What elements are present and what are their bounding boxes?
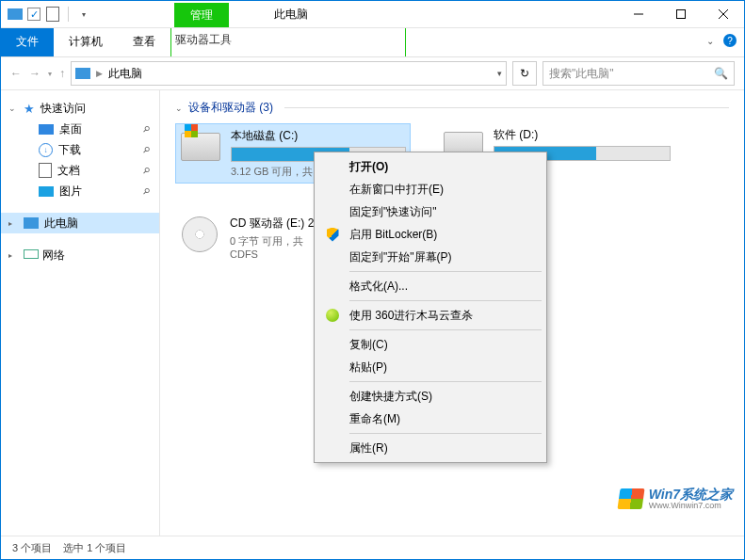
tab-view[interactable]: 查看 bbox=[118, 28, 170, 56]
nav-forward-icon[interactable]: → bbox=[29, 67, 40, 80]
title-bar: ✓ ▾ 管理 此电脑 bbox=[1, 1, 744, 28]
drive-name: 本地磁盘 (C:) bbox=[231, 128, 406, 144]
sidebar-label: 文档 bbox=[57, 163, 80, 179]
pin-icon: ⚲ bbox=[140, 144, 152, 155]
group-title: 设备和驱动器 (3) bbox=[188, 100, 273, 116]
ctx-create-shortcut[interactable]: 创建快捷方式(S) bbox=[317, 385, 543, 408]
tab-drive-tools[interactable]: 驱动器工具 bbox=[170, 28, 406, 56]
sidebar-label: 下载 bbox=[58, 142, 81, 158]
refresh-button[interactable]: ↻ bbox=[512, 61, 537, 86]
ctx-bitlocker[interactable]: 启用 BitLocker(B) bbox=[317, 223, 543, 246]
address-row: ← → ▾ ↑ ▶ 此电脑 ▾ ↻ 搜索"此电脑" 🔍 bbox=[1, 57, 744, 90]
ribbon: 文件 计算机 查看 驱动器工具 ⌄ ? bbox=[1, 28, 744, 57]
ribbon-contextual-manage[interactable]: 管理 bbox=[174, 3, 229, 27]
quick-access-toolbar: ✓ ▾ bbox=[1, 6, 92, 23]
sidebar-item-downloads[interactable]: ↓ 下载 ⚲ bbox=[1, 139, 159, 160]
ctx-360-scan[interactable]: 使用 360进行木马云查杀 bbox=[317, 304, 543, 327]
status-item-count: 3 个项目 bbox=[12, 541, 52, 555]
ctx-rename[interactable]: 重命名(M) bbox=[317, 408, 543, 430]
chevron-down-icon[interactable]: ⌄ bbox=[8, 104, 16, 113]
sidebar-label: 快速访问 bbox=[40, 101, 86, 117]
app-icon bbox=[7, 6, 24, 23]
ctx-pin-start[interactable]: 固定到"开始"屏幕(P) bbox=[317, 246, 543, 268]
sidebar-item-this-pc[interactable]: ▸ 此电脑 bbox=[1, 213, 159, 233]
sidebar: ⌄ ★ 快速访问 桌面 ⚲ ↓ 下载 ⚲ 文档 ⚲ 图片 bbox=[1, 90, 160, 539]
window-title: 此电脑 bbox=[274, 7, 308, 23]
maximize-button[interactable] bbox=[659, 1, 702, 27]
sidebar-label: 网络 bbox=[42, 248, 65, 264]
tab-file[interactable]: 文件 bbox=[1, 28, 54, 56]
watermark-line1: Win7系统之家 bbox=[649, 487, 733, 502]
sidebar-item-quick-access[interactable]: ⌄ ★ 快速访问 bbox=[1, 98, 159, 119]
download-icon: ↓ bbox=[39, 143, 53, 157]
ctx-pin-quick-access[interactable]: 固定到"快速访问" bbox=[317, 200, 543, 223]
group-header[interactable]: ⌄ 设备和驱动器 (3) bbox=[175, 100, 729, 116]
shield-icon bbox=[325, 227, 340, 242]
sidebar-item-documents[interactable]: 文档 ⚲ bbox=[1, 160, 159, 181]
close-button[interactable] bbox=[702, 1, 744, 27]
ctx-copy[interactable]: 复制(C) bbox=[317, 333, 543, 356]
sidebar-item-network[interactable]: ▸ 网络 bbox=[1, 245, 159, 265]
sidebar-item-pictures[interactable]: 图片 ⚲ bbox=[1, 181, 159, 201]
nav-recent-icon[interactable]: ▾ bbox=[48, 70, 52, 78]
context-menu: 打开(O) 在新窗口中打开(E) 固定到"快速访问" 启用 BitLocker(… bbox=[314, 152, 547, 463]
address-bar[interactable]: ▶ 此电脑 ▾ bbox=[71, 61, 507, 86]
nav-up-icon[interactable]: ↑ bbox=[59, 67, 65, 80]
svg-rect-1 bbox=[676, 10, 685, 19]
ctx-open-new-window[interactable]: 在新窗口中打开(E) bbox=[317, 178, 543, 200]
pc-icon bbox=[24, 217, 39, 229]
desktop-icon bbox=[39, 124, 54, 135]
ctx-properties[interactable]: 属性(R) bbox=[317, 437, 543, 459]
pin-icon: ⚲ bbox=[140, 123, 152, 135]
search-icon[interactable]: 🔍 bbox=[714, 67, 728, 80]
status-selected-count: 选中 1 个项目 bbox=[63, 541, 126, 555]
star-icon: ★ bbox=[24, 102, 35, 116]
help-icon[interactable]: ? bbox=[723, 34, 737, 47]
ctx-format[interactable]: 格式化(A)... bbox=[317, 275, 543, 297]
ribbon-expand-icon[interactable]: ⌄ bbox=[706, 36, 714, 46]
chevron-right-icon[interactable]: ▸ bbox=[8, 251, 12, 260]
address-location[interactable]: 此电脑 bbox=[108, 66, 142, 82]
pictures-icon bbox=[39, 186, 54, 197]
ctx-paste[interactable]: 粘贴(P) bbox=[317, 356, 543, 378]
nav-back-icon[interactable]: ← bbox=[10, 67, 22, 80]
search-placeholder: 搜索"此电脑" bbox=[549, 66, 614, 82]
properties-icon[interactable] bbox=[44, 6, 61, 23]
windows-flag-icon bbox=[617, 488, 644, 509]
ctx-open[interactable]: 打开(O) bbox=[317, 155, 543, 178]
chevron-right-icon[interactable]: ▸ bbox=[8, 219, 12, 228]
qat-dropdown-icon[interactable]: ▾ bbox=[75, 6, 92, 23]
address-dropdown-icon[interactable]: ▾ bbox=[497, 69, 502, 78]
status-bar: 3 个项目 选中 1 个项目 bbox=[1, 536, 744, 559]
search-input[interactable]: 搜索"此电脑" 🔍 bbox=[543, 61, 735, 86]
pin-icon: ⚲ bbox=[140, 185, 152, 197]
chevron-right-icon[interactable]: ▶ bbox=[96, 69, 103, 78]
sidebar-item-desktop[interactable]: 桌面 ⚲ bbox=[1, 119, 159, 139]
pin-icon: ⚲ bbox=[140, 165, 152, 176]
document-icon bbox=[39, 163, 52, 178]
network-icon bbox=[24, 249, 37, 261]
drive-name: 软件 (D:) bbox=[494, 127, 671, 143]
chevron-down-icon[interactable]: ⌄ bbox=[175, 104, 183, 113]
hdd-windows-icon bbox=[181, 133, 220, 161]
cd-icon bbox=[182, 216, 218, 252]
tab-computer[interactable]: 计算机 bbox=[54, 28, 118, 56]
sidebar-label: 桌面 bbox=[59, 121, 82, 137]
360-icon bbox=[325, 308, 340, 323]
sidebar-label: 此电脑 bbox=[44, 216, 78, 232]
watermark-line2: Www.Winwin7.com bbox=[649, 502, 733, 511]
pc-icon bbox=[75, 68, 90, 79]
watermark: Win7系统之家 Www.Winwin7.com bbox=[619, 488, 733, 511]
minimize-button[interactable] bbox=[617, 1, 659, 27]
sidebar-label: 图片 bbox=[59, 184, 82, 200]
qat-checkbox[interactable]: ✓ bbox=[27, 8, 40, 21]
